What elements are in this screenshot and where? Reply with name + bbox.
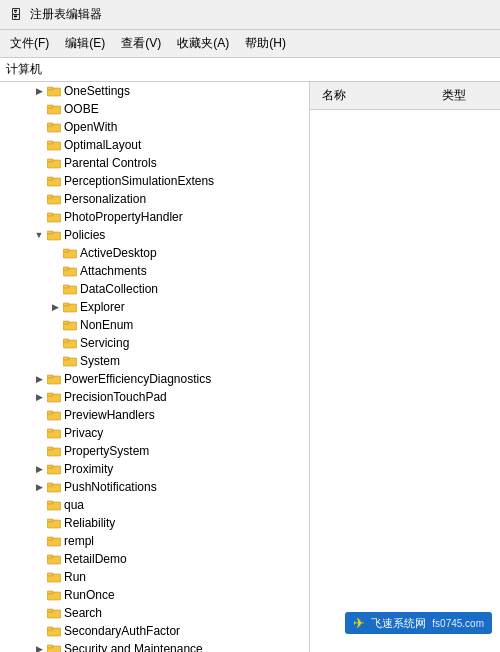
tree-item-securitymaintenance[interactable]: ▶ Security and Maintenance bbox=[0, 640, 309, 652]
folder-icon bbox=[47, 175, 61, 187]
expand-icon[interactable]: ▶ bbox=[32, 480, 46, 494]
tree-item-oobe[interactable]: OOBE bbox=[0, 100, 309, 118]
expand-icon[interactable]: ▶ bbox=[48, 300, 62, 314]
right-panel-header: 名称 类型 bbox=[310, 82, 500, 110]
folder-icon bbox=[47, 427, 61, 439]
tree-item-label: NonEnum bbox=[80, 318, 133, 332]
tree-item-retaildemo[interactable]: RetailDemo bbox=[0, 550, 309, 568]
tree-item-label: Servicing bbox=[80, 336, 129, 350]
folder-icon bbox=[47, 157, 61, 169]
folder-icon bbox=[47, 103, 61, 115]
tree-item-servicing[interactable]: Servicing bbox=[0, 334, 309, 352]
tree-item-secondaryauth[interactable]: SecondaryAuthFactor bbox=[0, 622, 309, 640]
tree-item-label: DataCollection bbox=[80, 282, 158, 296]
menu-item-v[interactable]: 查看(V) bbox=[115, 32, 167, 55]
app-icon: 🗄 bbox=[8, 7, 24, 23]
expand-icon[interactable]: ▼ bbox=[32, 228, 46, 242]
tree-item-perceptionsim[interactable]: PerceptionSimulationExtens bbox=[0, 172, 309, 190]
svg-rect-23 bbox=[63, 285, 69, 288]
tree-item-privacy[interactable]: Privacy bbox=[0, 424, 309, 442]
tree-item-system[interactable]: System bbox=[0, 352, 309, 370]
tree-item-propertysystem[interactable]: PropertySystem bbox=[0, 442, 309, 460]
folder-icon bbox=[47, 229, 61, 241]
tree-item-photoproperty[interactable]: PhotoPropertyHandler bbox=[0, 208, 309, 226]
svg-rect-17 bbox=[47, 231, 53, 234]
svg-rect-5 bbox=[47, 123, 53, 126]
tree-item-label: SecondaryAuthFactor bbox=[64, 624, 180, 638]
folder-icon bbox=[47, 517, 61, 529]
tree-item-openwith[interactable]: OpenWith bbox=[0, 118, 309, 136]
svg-rect-43 bbox=[47, 465, 53, 468]
svg-rect-37 bbox=[47, 411, 53, 414]
svg-rect-35 bbox=[47, 393, 53, 396]
tree-item-explorer[interactable]: ▶ Explorer bbox=[0, 298, 309, 316]
tree-item-label: OpenWith bbox=[64, 120, 117, 134]
tree-item-reliability[interactable]: Reliability bbox=[0, 514, 309, 532]
tree-item-label: OOBE bbox=[64, 102, 99, 116]
folder-icon bbox=[47, 193, 61, 205]
tree-item-qua[interactable]: qua bbox=[0, 496, 309, 514]
tree-item-pushnotifications[interactable]: ▶ PushNotifications bbox=[0, 478, 309, 496]
svg-rect-45 bbox=[47, 483, 53, 486]
tree-item-optimallayout[interactable]: OptimalLayout bbox=[0, 136, 309, 154]
svg-rect-7 bbox=[47, 141, 53, 144]
tree-item-label: PropertySystem bbox=[64, 444, 149, 458]
col-type: 类型 bbox=[438, 85, 470, 106]
expand-icon[interactable]: ▶ bbox=[32, 390, 46, 404]
folder-icon bbox=[47, 499, 61, 511]
expand-icon[interactable]: ▶ bbox=[32, 462, 46, 476]
tree-item-runonce[interactable]: RunOnce bbox=[0, 586, 309, 604]
svg-rect-53 bbox=[47, 555, 53, 558]
tree-item-policies[interactable]: ▼ Policies bbox=[0, 226, 309, 244]
svg-rect-3 bbox=[47, 105, 53, 108]
svg-rect-21 bbox=[63, 267, 69, 270]
folder-icon bbox=[47, 535, 61, 547]
tree-item-personalization[interactable]: Personalization bbox=[0, 190, 309, 208]
breadcrumb[interactable]: 计算机 bbox=[0, 58, 500, 82]
folder-icon bbox=[47, 643, 61, 652]
menu-item-e[interactable]: 编辑(E) bbox=[59, 32, 111, 55]
folder-icon bbox=[47, 121, 61, 133]
tree-panel[interactable]: ▶ OneSettings OOBE OpenWith OptimalLayou… bbox=[0, 82, 310, 652]
tree-item-activedesktop[interactable]: ActiveDesktop bbox=[0, 244, 309, 262]
svg-rect-15 bbox=[47, 213, 53, 216]
tree-item-rempl[interactable]: rempl bbox=[0, 532, 309, 550]
tree-item-nonenum[interactable]: NonEnum bbox=[0, 316, 309, 334]
folder-icon bbox=[47, 463, 61, 475]
expand-icon[interactable]: ▶ bbox=[32, 84, 46, 98]
tree-item-datacollection[interactable]: DataCollection bbox=[0, 280, 309, 298]
folder-icon bbox=[63, 319, 77, 331]
expand-icon[interactable]: ▶ bbox=[32, 642, 46, 652]
tree-item-previewhandlers[interactable]: PreviewHandlers bbox=[0, 406, 309, 424]
tree-item-proximity[interactable]: ▶ Proximity bbox=[0, 460, 309, 478]
svg-rect-11 bbox=[47, 177, 53, 180]
tree-item-powerefficiency[interactable]: ▶ PowerEfficiencyDiagnostics bbox=[0, 370, 309, 388]
tree-item-precisiontouchpad[interactable]: ▶ PrecisionTouchPad bbox=[0, 388, 309, 406]
tree-item-onesettings[interactable]: ▶ OneSettings bbox=[0, 82, 309, 100]
svg-rect-57 bbox=[47, 591, 53, 594]
tree-item-label: RunOnce bbox=[64, 588, 115, 602]
tree-item-label: PrecisionTouchPad bbox=[64, 390, 167, 404]
app-title: 注册表编辑器 bbox=[30, 6, 102, 23]
folder-icon bbox=[63, 301, 77, 313]
tree-item-label: Proximity bbox=[64, 462, 113, 476]
menu-item-a[interactable]: 收藏夹(A) bbox=[171, 32, 235, 55]
svg-rect-19 bbox=[63, 249, 69, 252]
col-name: 名称 bbox=[318, 85, 438, 106]
right-panel: 名称 类型 bbox=[310, 82, 500, 652]
tree-item-run[interactable]: Run bbox=[0, 568, 309, 586]
menu-item-h[interactable]: 帮助(H) bbox=[239, 32, 292, 55]
tree-item-search[interactable]: Search bbox=[0, 604, 309, 622]
tree-item-attachments[interactable]: Attachments bbox=[0, 262, 309, 280]
svg-rect-63 bbox=[47, 645, 53, 648]
folder-icon bbox=[63, 355, 77, 367]
svg-rect-59 bbox=[47, 609, 53, 612]
svg-rect-9 bbox=[47, 159, 53, 162]
tree-item-label: Run bbox=[64, 570, 86, 584]
menu-item-f[interactable]: 文件(F) bbox=[4, 32, 55, 55]
tree-item-label: ActiveDesktop bbox=[80, 246, 157, 260]
tree-item-label: PerceptionSimulationExtens bbox=[64, 174, 214, 188]
folder-icon bbox=[63, 337, 77, 349]
tree-item-parentalcontrols[interactable]: Parental Controls bbox=[0, 154, 309, 172]
expand-icon[interactable]: ▶ bbox=[32, 372, 46, 386]
